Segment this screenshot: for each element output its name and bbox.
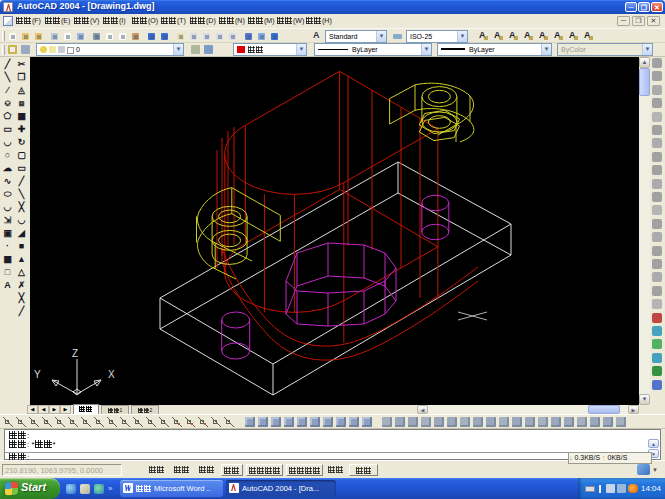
svg-text:X: X	[108, 369, 115, 380]
svg-text:Z: Z	[72, 348, 78, 359]
svg-text:Y: Y	[34, 369, 41, 380]
